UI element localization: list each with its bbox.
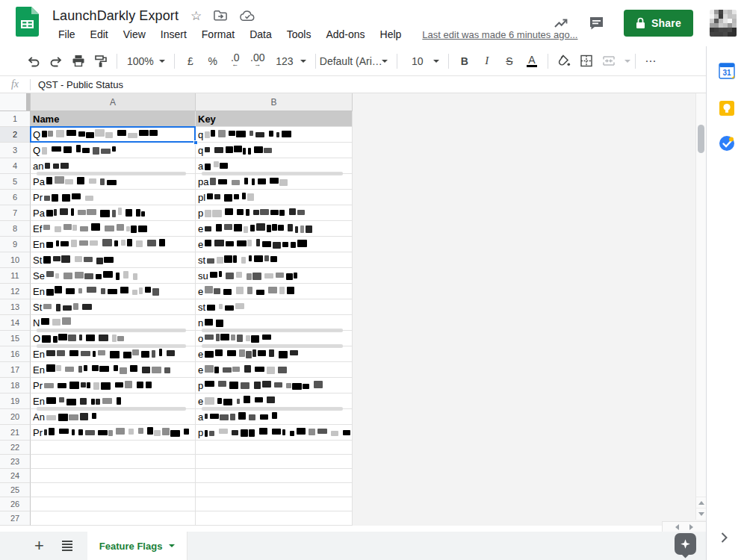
vertical-scrollbar-thumb[interactable]	[698, 125, 704, 153]
row-header-21[interactable]: 21	[0, 425, 31, 441]
show-side-panel-icon[interactable]	[720, 532, 728, 544]
row-header-17[interactable]: 17	[0, 362, 31, 378]
cell-A13[interactable]: St	[31, 299, 196, 315]
cell-B5[interactable]: pa	[196, 174, 353, 190]
google-calendar-icon[interactable]: 31	[719, 63, 735, 79]
font-select[interactable]: Default (Ari…	[320, 51, 392, 72]
all-sheets-icon[interactable]	[62, 541, 72, 551]
italic-button[interactable]: I	[477, 51, 498, 72]
select-all-corner[interactable]	[0, 93, 31, 111]
vertical-scrollbar[interactable]	[695, 93, 706, 520]
fill-color-icon[interactable]	[554, 51, 574, 72]
menu-format[interactable]: Format	[196, 27, 241, 42]
cell-A3[interactable]: Q	[31, 143, 196, 158]
star-icon[interactable]: ☆	[190, 8, 202, 24]
print-icon[interactable]	[68, 51, 89, 72]
menu-insert[interactable]: Insert	[155, 27, 193, 42]
redo-icon[interactable]	[46, 51, 66, 72]
row-header-9[interactable]: 9	[0, 237, 31, 252]
row-header-8[interactable]: 8	[0, 221, 31, 237]
cell-A11[interactable]: Se	[31, 268, 196, 284]
sheet-tab-feature-flags[interactable]: Feature Flags	[87, 532, 188, 560]
cell-A27[interactable]	[31, 511, 196, 526]
row-header-10[interactable]: 10	[0, 252, 31, 268]
row-header-25[interactable]: 25	[0, 483, 31, 497]
row-header-7[interactable]: 7	[0, 205, 31, 221]
row-header-24[interactable]: 24	[0, 469, 31, 483]
cell-B24[interactable]	[196, 469, 353, 483]
cell-B27[interactable]	[196, 511, 353, 526]
share-button[interactable]: Share	[624, 10, 693, 37]
row-header-5[interactable]: 5	[0, 174, 31, 190]
column-header-b[interactable]: B	[196, 93, 353, 111]
cell-B8[interactable]: e	[196, 221, 353, 237]
cell-B16[interactable]: e	[196, 346, 353, 362]
cell-B20[interactable]: a	[196, 409, 353, 425]
menu-help[interactable]: Help	[374, 27, 408, 42]
menu-data[interactable]: Data	[244, 27, 278, 42]
row-header-20[interactable]: 20	[0, 409, 31, 425]
font-size-select[interactable]: 10	[402, 51, 444, 72]
cell-B3[interactable]: q	[196, 143, 353, 158]
cell-A26[interactable]	[31, 497, 196, 511]
row-header-13[interactable]: 13	[0, 299, 31, 315]
cell-A6[interactable]: Pr	[31, 190, 196, 205]
more-formats-select[interactable]: 123	[269, 51, 311, 72]
undo-icon[interactable]	[23, 51, 44, 72]
menu-addons[interactable]: Add-ons	[320, 27, 371, 42]
row-header-15[interactable]: 15	[0, 331, 31, 346]
cell-A24[interactable]	[31, 469, 196, 483]
menu-tools[interactable]: Tools	[281, 27, 317, 42]
format-currency-button[interactable]: £	[180, 51, 201, 72]
cell-A7[interactable]: Pa	[31, 205, 196, 221]
borders-icon[interactable]	[576, 51, 597, 72]
row-header-14[interactable]: 14	[0, 315, 31, 331]
comment-icon[interactable]	[589, 16, 604, 31]
explore-button[interactable]	[675, 533, 696, 555]
cell-A18[interactable]: Pr	[31, 378, 196, 393]
cell-A22[interactable]	[31, 441, 196, 455]
cell-B2[interactable]: q	[196, 127, 353, 143]
cell-B7[interactable]: p	[196, 205, 353, 221]
column-header-a[interactable]: A	[31, 93, 196, 111]
scroll-down-icon[interactable]	[696, 508, 707, 519]
scroll-right-icon[interactable]	[689, 524, 693, 530]
cell-B10[interactable]: st	[196, 252, 353, 268]
scroll-up-icon[interactable]	[696, 497, 707, 508]
bold-button[interactable]: B	[454, 51, 475, 72]
row-header-11[interactable]: 11	[0, 268, 31, 284]
horizontal-scrollbar[interactable]	[662, 521, 706, 532]
cell-B9[interactable]: e	[196, 237, 353, 252]
more-toolbar-button[interactable]: ⋯	[641, 51, 662, 72]
cell-A10[interactable]: St	[31, 252, 196, 268]
cell-A23[interactable]	[31, 455, 196, 469]
insights-icon[interactable]	[553, 16, 569, 31]
cell-A5[interactable]: Pa	[31, 174, 196, 190]
cell-B23[interactable]	[196, 455, 353, 469]
row-header-12[interactable]: 12	[0, 284, 31, 299]
text-color-button[interactable]: A	[521, 51, 542, 72]
row-header-27[interactable]: 27	[0, 511, 31, 526]
cell-B25[interactable]	[196, 483, 353, 497]
move-folder-icon[interactable]	[214, 10, 228, 22]
format-percent-button[interactable]: %	[202, 51, 223, 72]
row-header-19[interactable]: 19	[0, 393, 31, 409]
cell-A25[interactable]	[31, 483, 196, 497]
cell-A17[interactable]: En	[31, 362, 196, 378]
cell-A2[interactable]: Q	[31, 127, 196, 143]
cell-B22[interactable]	[196, 441, 353, 455]
cell-B17[interactable]: e	[196, 362, 353, 378]
menu-view[interactable]: View	[117, 27, 152, 42]
sheet-tab-menu-icon[interactable]	[169, 544, 175, 547]
cell-A12[interactable]: En	[31, 284, 196, 299]
row-header-23[interactable]: 23	[0, 455, 31, 469]
document-title[interactable]: LaunchDarkly Export	[52, 8, 179, 24]
cell-A20[interactable]: An	[31, 409, 196, 425]
row-header-3[interactable]: 3	[0, 143, 31, 158]
cell-A8[interactable]: Ef	[31, 221, 196, 237]
increase-decimal-button[interactable]: .00→	[247, 51, 268, 72]
sheets-logo-icon[interactable]	[16, 7, 39, 37]
scroll-left-icon[interactable]	[675, 524, 679, 530]
decrease-decimal-button[interactable]: .0←	[225, 51, 246, 72]
menu-file[interactable]: File	[52, 27, 81, 42]
